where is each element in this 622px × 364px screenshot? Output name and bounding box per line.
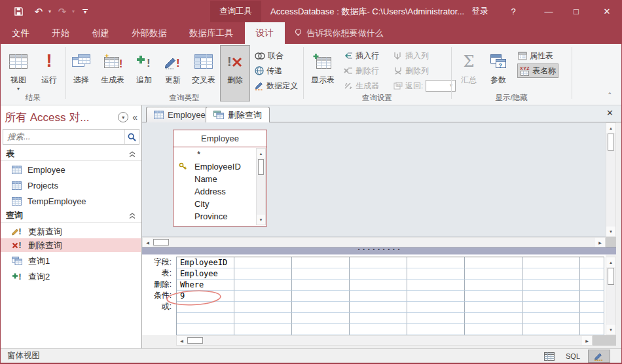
grid-cell[interactable] xyxy=(234,291,292,302)
doc-tab-employee[interactable]: Employee xyxy=(146,107,213,122)
tab-home[interactable]: 开始 xyxy=(41,22,81,44)
grid-cell[interactable] xyxy=(292,291,350,302)
collapse-section-icon[interactable] xyxy=(128,151,136,158)
grid-cell[interactable] xyxy=(522,302,580,313)
data-definition-button[interactable]: 数据定义 xyxy=(255,79,298,92)
grid-cell[interactable] xyxy=(522,291,580,302)
grid-cell[interactable] xyxy=(234,302,292,313)
tab-create[interactable]: 创建 xyxy=(81,22,120,44)
grid-cell[interactable] xyxy=(292,257,350,268)
grid-cell[interactable] xyxy=(350,257,407,268)
scroll-thumb[interactable] xyxy=(187,337,203,344)
grid-cell[interactable] xyxy=(350,313,407,324)
maximize-button[interactable]: □ xyxy=(564,1,589,22)
grid-cell[interactable] xyxy=(465,280,522,291)
tables-section-header[interactable]: 表 xyxy=(1,147,141,161)
doc-tab-delete-query[interactable]: 删除查询 xyxy=(206,107,270,122)
scroll-down-icon[interactable]: ▼ xyxy=(257,215,265,225)
grid-cell[interactable] xyxy=(177,324,234,335)
grid-cell-table[interactable]: Employee xyxy=(177,268,234,280)
grid-cell[interactable] xyxy=(234,324,292,335)
design-view-button[interactable] xyxy=(589,350,610,362)
field-row-address[interactable]: Address xyxy=(174,185,256,198)
union-button[interactable]: 联合 xyxy=(255,49,284,62)
tab-database-tools[interactable]: 数据库工具 xyxy=(178,22,245,44)
scroll-thumb[interactable] xyxy=(153,239,169,246)
grid-cell[interactable] xyxy=(580,324,604,335)
navigation-menu-dropdown-icon[interactable]: ▼ xyxy=(118,112,128,122)
close-document-icon[interactable]: ✕ xyxy=(606,109,613,117)
grid-cell[interactable] xyxy=(522,268,580,280)
grid-cell[interactable] xyxy=(522,257,580,268)
tab-design[interactable]: 设计 xyxy=(245,22,285,44)
collapse-section-icon[interactable] xyxy=(128,212,136,219)
field-list-scrollbar[interactable]: ▲ ▼ xyxy=(256,148,266,225)
scroll-thumb[interactable] xyxy=(608,134,614,151)
customize-quick-access-icon[interactable]: ▾ xyxy=(81,1,90,22)
tell-me-box[interactable]: 告诉我你想要做什么 xyxy=(285,22,393,44)
scroll-right-icon[interactable]: ▶ xyxy=(582,336,592,345)
pane-splitter[interactable]: ········· xyxy=(142,247,616,255)
grid-horizontal-scrollbar[interactable]: ◀ ▶ xyxy=(176,335,593,346)
scroll-left-icon[interactable]: ◀ xyxy=(177,336,187,345)
grid-cell[interactable] xyxy=(234,257,292,268)
grid-cell[interactable] xyxy=(234,280,292,291)
grid-cell[interactable] xyxy=(407,324,465,335)
undo-button[interactable]: ↶ xyxy=(32,1,45,22)
scroll-down-icon[interactable]: ▼ xyxy=(606,325,615,335)
sidebar-item-query1[interactable]: 查询1 xyxy=(1,254,141,268)
field-row-employeeid[interactable]: EmployeeID xyxy=(174,160,256,173)
grid-cell[interactable] xyxy=(350,291,407,302)
view-dropdown-icon[interactable]: ▼ xyxy=(16,86,21,91)
sign-in-link[interactable]: 登录 xyxy=(464,1,496,22)
pass-through-button[interactable]: 传递 xyxy=(255,64,282,77)
grid-cell[interactable] xyxy=(465,313,522,324)
grid-cell[interactable] xyxy=(292,302,350,313)
sidebar-item-employee[interactable]: Employee xyxy=(1,163,141,177)
sql-view-button[interactable]: SQL xyxy=(562,350,583,362)
grid-cell[interactable] xyxy=(465,324,522,335)
grid-cell[interactable] xyxy=(465,302,522,313)
grid-cell[interactable] xyxy=(407,313,465,324)
grid-cell[interactable] xyxy=(580,291,604,302)
scroll-up-icon[interactable]: ▲ xyxy=(257,149,265,158)
grid-vertical-scrollbar[interactable]: ▲ ▼ xyxy=(606,257,616,335)
search-icon[interactable] xyxy=(124,130,139,144)
grid-cell[interactable] xyxy=(522,280,580,291)
grid-cell[interactable] xyxy=(234,268,292,280)
grid-cell[interactable] xyxy=(522,324,580,335)
grid-cell[interactable] xyxy=(350,268,407,280)
grid-cell[interactable] xyxy=(580,302,604,313)
grid-cell[interactable] xyxy=(350,324,407,335)
scroll-up-icon[interactable]: ▲ xyxy=(606,123,615,133)
sidebar-item-query2[interactable]: ! 查询2 xyxy=(1,270,141,283)
grid-cell[interactable] xyxy=(580,313,604,324)
sidebar-item-tempemployee[interactable]: TempEmployee xyxy=(1,194,141,208)
scroll-thumb[interactable] xyxy=(258,159,264,175)
grid-cell[interactable] xyxy=(350,302,407,313)
undo-dropdown-icon[interactable]: ▾ xyxy=(46,1,53,22)
datasheet-view-button[interactable] xyxy=(539,350,560,362)
scroll-thumb[interactable] xyxy=(608,268,614,285)
sidebar-item-delete-query[interactable]: ! 删除查询 xyxy=(1,238,141,252)
field-row-city[interactable]: City xyxy=(174,198,256,210)
search-input[interactable] xyxy=(3,132,124,141)
grid-cell[interactable] xyxy=(465,268,522,280)
property-sheet-button[interactable]: 属性表 xyxy=(518,49,553,62)
grid-cell-delete[interactable]: Where xyxy=(177,280,234,291)
grid-cell[interactable] xyxy=(580,280,604,291)
sidebar-item-update-query[interactable]: ! 更新查询 xyxy=(1,225,141,238)
grid-cell[interactable] xyxy=(465,257,522,268)
grid-cell[interactable] xyxy=(580,268,604,280)
tab-file[interactable]: 文件 xyxy=(1,22,41,44)
grid-cell[interactable] xyxy=(407,257,465,268)
scroll-left-icon[interactable]: ◀ xyxy=(143,238,153,247)
designer-vertical-scrollbar[interactable]: ▲ ▼ xyxy=(606,122,616,237)
grid-cell[interactable] xyxy=(407,302,465,313)
grid-cell-field[interactable]: EmployeeID xyxy=(177,257,234,268)
insert-rows-button[interactable]: 插入行 xyxy=(344,49,379,62)
grid-cell[interactable] xyxy=(407,291,465,302)
grid-cell-criteria[interactable]: 9 xyxy=(177,291,234,302)
grid-cell[interactable] xyxy=(292,268,350,280)
grid-cell[interactable] xyxy=(407,268,465,280)
